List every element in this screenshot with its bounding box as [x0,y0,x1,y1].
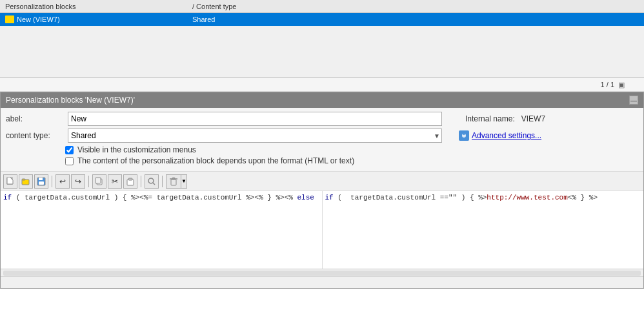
checkbox-format[interactable] [65,157,74,165]
svg-line-14 [153,183,155,185]
label-field-label: abel: [6,114,64,123]
bottom-status-bar [1,276,643,288]
list-spacer [0,26,644,77]
toolbar-cut-button[interactable]: ✂ [108,174,122,189]
toolbar-find-button[interactable] [145,174,159,189]
toolbar-new-button[interactable] [3,174,17,189]
advanced-settings-wrapper: Advanced settings... [459,130,541,141]
svg-rect-2 [463,134,465,135]
row-name-text: New (VIEW7) [17,15,60,23]
svg-rect-7 [39,178,43,180]
svg-rect-15 [171,180,176,185]
form-row-checkbox2: The content of the personalization block… [6,156,638,165]
form-row-checkbox1: Visible in the customization menus [6,145,638,154]
toolbar-open-button[interactable] [19,174,33,189]
code-content-right: if ( targetData.customUrl =="" ) { %>htt… [325,194,641,201]
svg-point-13 [148,178,154,183]
svg-rect-10 [96,178,101,183]
toolbar-delete-split: ▼ [166,174,187,189]
form-area: abel: Internal name: VIEW7 content type:… [1,108,643,172]
toolbar-delete-button[interactable] [166,174,181,189]
content-type-select-wrapper: Shared Personal ▼ [68,129,442,143]
list-cell-content: Shared [190,15,319,23]
checkbox-format-label: The content of the personalization block… [77,156,354,165]
pagination-bar: 1 / 1 ▣ [0,77,644,92]
toolbar-separator-4 [162,176,163,187]
checkbox-visible[interactable] [65,146,74,154]
toolbar-separator-2 [88,176,89,187]
h-scrollbar-area[interactable] [1,269,643,276]
toolbar-save-button[interactable] [34,174,48,189]
svg-rect-17 [172,178,175,179]
h-scrollbar-track[interactable] [3,271,641,276]
list-header: Personalization blocks / Content type [0,0,644,13]
list-col-name: Personalization blocks [3,3,190,10]
panel-title: Personalization blocks 'New (VIEW7)' [6,96,135,105]
panel-minimize-button[interactable]: — [629,96,638,105]
code-editor: if ( targetData.customUrl ) { %><%= targ… [1,191,643,269]
toolbar-paste-button[interactable] [123,174,137,189]
label-input[interactable] [68,112,442,126]
toolbar: ↩ ↪ ✂ ▼ [1,172,643,191]
form-row-label: abel: Internal name: VIEW7 [6,112,638,126]
list-row[interactable]: New (VIEW7) Shared [0,13,644,26]
advanced-settings-icon [459,130,469,141]
svg-rect-5 [22,179,25,180]
svg-rect-12 [128,178,132,180]
code-content-left: if ( targetData.customUrl ) { %><%= targ… [3,194,319,201]
pagination-icon[interactable]: ▣ [618,81,625,89]
checkbox-visible-label: Visible in the customization menus [77,145,196,154]
pagination-text: 1 / 1 [601,81,614,88]
row-folder-icon [5,15,14,23]
advanced-settings-link[interactable]: Advanced settings... [472,131,541,140]
svg-rect-8 [39,181,44,185]
toolbar-copy-button[interactable] [92,174,106,189]
bottom-panel: Personalization blocks 'New (VIEW7)' — a… [0,92,644,289]
panel-titlebar: Personalization blocks 'New (VIEW7)' — [1,92,643,108]
toolbar-separator-1 [52,176,52,187]
toolbar-separator-3 [141,176,141,187]
internal-name-label: Internal name: [465,114,515,123]
toolbar-delete-dropdown-button[interactable]: ▼ [181,174,187,189]
content-type-label: content type: [6,131,64,140]
code-pane-left[interactable]: if ( targetData.customUrl ) { %><%= targ… [1,191,323,269]
list-col-content: / Content type [190,3,319,10]
list-cell-name: New (VIEW7) [3,15,190,23]
code-pane-right[interactable]: if ( targetData.customUrl =="" ) { %>htt… [323,191,644,269]
form-row-content-type: content type: Shared Personal ▼ Advanced… [6,129,638,143]
toolbar-undo-button[interactable]: ↩ [55,174,70,189]
toolbar-redo-button[interactable]: ↪ [71,174,85,189]
internal-name-value: VIEW7 [521,114,545,123]
content-type-select[interactable]: Shared Personal [68,129,442,143]
